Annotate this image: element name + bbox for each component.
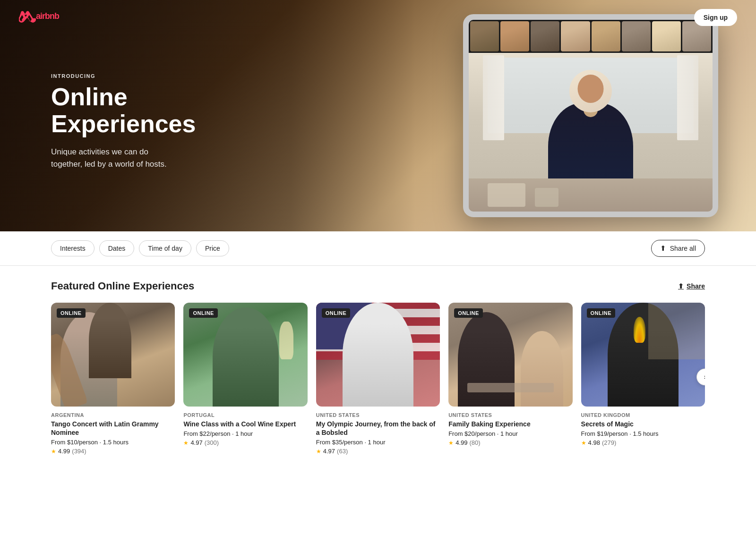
experience-card-3[interactable]: ONLINE UNITED STATES My Olympic Journey,… [316,303,440,455]
online-badge-3: ONLINE [322,308,351,318]
online-badge-1: ONLINE [57,308,86,318]
rating-count-4: (80) [469,439,480,446]
share-upload-icon: ⬆ [660,244,666,253]
card-rating-2: ★ 4.97 (300) [183,439,307,446]
section-title: Featured Online Experiences [51,280,194,292]
online-badge-2: ONLINE [189,308,218,318]
chevron-right-icon: › [704,373,705,381]
card-country-1: ARGENTINA [51,412,175,418]
card-title-3: My Olympic Journey, from the back of a B… [316,420,440,437]
star-icon-2: ★ [183,440,189,446]
star-icon-4: ★ [448,440,454,446]
hero-introducing-label: INTRODUCING [51,73,196,79]
card-title-4: Family Baking Experience [448,420,572,428]
experience-card-2[interactable]: ONLINE PORTUGAL Wine Class with a Cool W… [183,303,307,455]
card-price-3: From $35/person · 1 hour [316,439,440,446]
card-image-3: ONLINE [316,303,440,407]
card-title-1: Tango Concert with Latin Grammy Nominee [51,420,175,437]
card-rating-4: ★ 4.99 (80) [448,439,572,446]
dates-filter[interactable]: Dates [99,240,135,256]
card-image-5: ONLINE [581,303,705,407]
card-image-1: ONLINE [51,303,175,407]
rating-count-5: (279) [602,439,616,446]
card-country-3: UNITED STATES [316,412,440,418]
content-section: Featured Online Experiences ⬆ Share ONLI… [0,266,756,474]
logo: airbnb [19,8,67,26]
rating-value-5: 4.98 [588,439,600,446]
share-icon: ⬆ [678,282,684,290]
rating-count-2: (300) [205,439,219,446]
time-of-day-filter[interactable]: Time of day [139,240,191,256]
hero-title: OnlineExperiences [51,84,196,137]
tablet-mockup [463,14,718,217]
online-badge-5: ONLINE [587,308,616,318]
rating-value-3: 4.97 [323,448,335,455]
star-icon-1: ★ [51,448,56,455]
card-rating-5: ★ 4.98 (279) [581,439,705,446]
share-label: Share [687,282,705,290]
card-rating-3: ★ 4.97 (63) [316,448,440,455]
hero-text: INTRODUCING OnlineExperiences Unique act… [51,73,196,170]
rating-count-3: (63) [337,448,348,455]
rating-value-4: 4.99 [455,439,467,446]
card-price-1: From $10/person · 1.5 hours [51,439,175,446]
rating-value-2: 4.97 [190,439,202,446]
section-share-button[interactable]: ⬆ Share [678,282,705,290]
card-title-2: Wine Class with a Cool Wine Expert [183,420,307,428]
cards-container: ONLINE ARGENTINA Tango Concert with Lati… [51,303,705,455]
header: airbnb Sign up [0,0,756,35]
filters-left: Interests Dates Time of day Price [51,240,229,256]
share-all-label: Share all [670,245,696,252]
interests-filter[interactable]: Interests [51,240,94,256]
share-all-button[interactable]: ⬆ Share all [651,240,705,257]
card-image-4: ONLINE [448,303,572,407]
price-filter[interactable]: Price [196,240,229,256]
card-title-5: Secrets of Magic [581,420,705,428]
card-price-2: From $22/person · 1 hour [183,430,307,437]
rating-value-1: 4.99 [58,448,70,455]
tablet-main-content [469,53,713,212]
star-icon-3: ★ [316,448,321,455]
rating-count-1: (394) [72,448,86,455]
section-header: Featured Online Experiences ⬆ Share [51,280,705,292]
online-badge-4: ONLINE [454,308,483,318]
card-price-4: From $20/person · 1 hour [448,430,572,437]
card-image-2: ONLINE [183,303,307,407]
card-country-5: UNITED KINGDOM [581,412,705,418]
card-rating-1: ★ 4.99 (394) [51,448,175,455]
header-right: Sign up [694,9,737,26]
star-icon-5: ★ [581,440,586,446]
experience-card-1[interactable]: ONLINE ARGENTINA Tango Concert with Lati… [51,303,175,455]
signup-button[interactable]: Sign up [694,9,737,26]
card-country-4: UNITED STATES [448,412,572,418]
hero-subtitle: Unique activities we can do together, le… [51,146,174,170]
card-price-5: From $19/person · 1.5 hours [581,430,705,437]
svg-text:airbnb: airbnb [36,11,60,21]
experience-card-4[interactable]: ONLINE UNITED STATES Family Baking Exper… [448,303,572,455]
experience-card-5[interactable]: ONLINE UNITED KINGDOM Secrets of Magic F… [581,303,705,455]
filters-bar: Interests Dates Time of day Price ⬆ Shar… [0,231,756,266]
card-country-2: PORTUGAL [183,412,307,418]
